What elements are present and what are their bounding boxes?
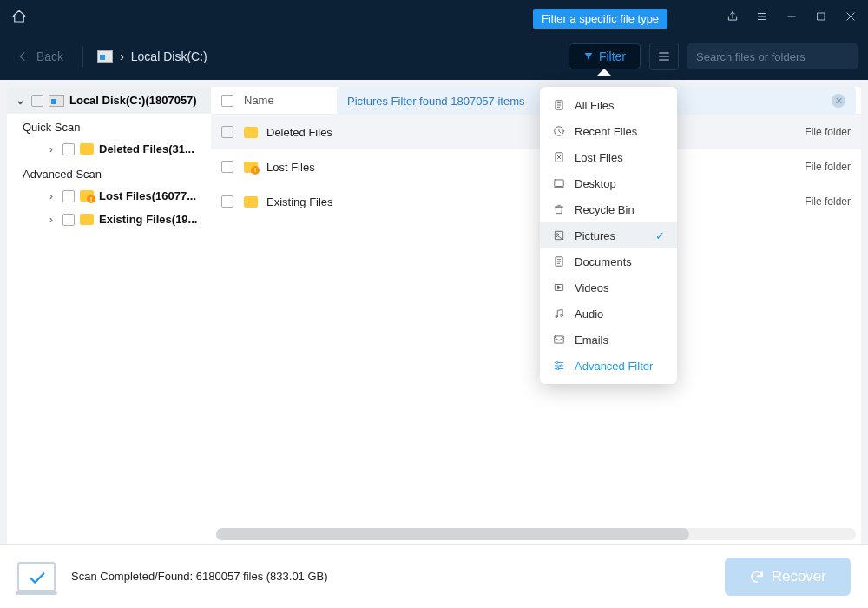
table-row[interactable]: Deleted Files File folder [211, 115, 861, 149]
checkbox[interactable] [221, 195, 233, 208]
checkbox[interactable] [221, 126, 233, 138]
search-input[interactable] [696, 50, 842, 63]
dd-item-label: Pictures [575, 229, 615, 242]
row-name: Lost Files [266, 161, 805, 174]
menu-icon[interactable] [755, 10, 769, 23]
row-type: File folder [805, 161, 851, 173]
row-type: File folder [805, 126, 851, 138]
dd-item-videos[interactable]: Videos [540, 274, 677, 301]
dd-item-label: Advanced Filter [575, 360, 653, 373]
dd-icon [552, 176, 566, 190]
folder-icon [244, 127, 258, 138]
tree-item-label: Existing Files(19... [99, 213, 197, 226]
share-icon[interactable] [726, 10, 740, 23]
checkbox-all[interactable] [221, 95, 233, 107]
checkbox[interactable] [62, 214, 75, 226]
row-name: Deleted Files [266, 126, 805, 139]
dd-item-emails[interactable]: Emails [540, 327, 677, 353]
breadcrumb-label: Local Disk(C:) [131, 50, 207, 63]
tree-section-quick: Quick Scan [7, 114, 211, 137]
dd-icon [552, 281, 566, 294]
breadcrumb-sep: › [120, 50, 124, 63]
dd-item-recent-files[interactable]: Recent Files [540, 118, 677, 144]
dd-icon [552, 124, 566, 138]
status-text: Scan Completed/Found: 6180057 files (833… [71, 570, 328, 583]
svg-rect-0 [818, 13, 825, 20]
back-button[interactable]: Back [10, 46, 69, 67]
tree-root-label: Local Disk(C:)(1807057) [69, 94, 197, 107]
close-info-icon[interactable]: ✕ [832, 94, 845, 108]
divider [82, 46, 83, 67]
tree-root[interactable]: ⌄ Local Disk(C:)(1807057) [7, 87, 211, 114]
dd-item-label: Documents [575, 255, 632, 268]
svg-point-7 [556, 234, 558, 235]
svg-point-10 [556, 315, 557, 317]
row-type: File folder [805, 195, 851, 208]
column-name[interactable]: Name [244, 94, 274, 107]
folder-icon [244, 196, 258, 208]
footer: Scan Completed/Found: 6180057 files (833… [0, 544, 868, 608]
view-list-button[interactable] [649, 43, 679, 70]
horizontal-scrollbar[interactable] [216, 528, 856, 540]
dd-item-label: All Files [575, 99, 615, 112]
recover-button[interactable]: Recover [725, 558, 851, 596]
minimize-icon[interactable] [785, 10, 799, 23]
maximize-icon[interactable] [814, 10, 828, 23]
dd-icon [552, 333, 566, 347]
toolbar: Back › Local Disk(C:) Filter [0, 33, 868, 80]
table-row[interactable]: Existing Files File folder [211, 184, 861, 219]
checkbox[interactable] [221, 161, 233, 173]
chevron-down-icon: ⌄ [14, 94, 26, 107]
main-panel: Pictures Filter found 1807057 items 00) … [211, 87, 861, 544]
dd-icon [552, 307, 566, 321]
disk-icon [97, 50, 113, 63]
close-icon[interactable] [844, 10, 858, 23]
tree-item-existing[interactable]: › Existing Files(19... [7, 208, 211, 231]
tree-item-deleted[interactable]: › Deleted Files(31... [7, 137, 211, 161]
breadcrumb[interactable]: › Local Disk(C:) [97, 50, 207, 63]
sidebar: ⌄ Local Disk(C:)(1807057) Quick Scan › D… [7, 87, 211, 544]
row-name: Existing Files [266, 195, 805, 208]
table-row[interactable]: Lost Files File folder [211, 149, 861, 184]
dd-icon [552, 254, 566, 268]
dd-advanced-filter[interactable]: Advanced Filter [540, 353, 677, 379]
dd-item-pictures[interactable]: Pictures ✓ [540, 222, 677, 248]
tree-item-label: Lost Files(16077... [99, 189, 196, 202]
home-icon[interactable] [10, 8, 28, 25]
dd-item-desktop[interactable]: Desktop [540, 170, 677, 196]
dd-icon [552, 98, 566, 112]
body: ⌄ Local Disk(C:)(1807057) Quick Scan › D… [0, 80, 868, 544]
chevron-right-icon: › [45, 142, 57, 155]
dd-item-recycle-bin[interactable]: Recycle Bin [540, 196, 677, 222]
svg-point-11 [561, 314, 562, 316]
dd-item-label: Emails [575, 334, 608, 347]
sliders-icon [552, 359, 566, 373]
dd-item-label: Videos [575, 281, 609, 294]
checkbox[interactable] [62, 143, 75, 155]
scan-complete-icon [17, 562, 56, 591]
svg-point-15 [557, 367, 559, 369]
dd-item-label: Audio [575, 307, 603, 321]
dd-item-audio[interactable]: Audio [540, 301, 677, 327]
filter-button[interactable]: Filter [569, 43, 641, 69]
chevron-right-icon: › [45, 213, 57, 226]
dd-item-lost-files[interactable]: Lost Files [540, 144, 677, 170]
checkbox[interactable] [62, 190, 75, 202]
tree-section-advanced: Advanced Scan [7, 161, 211, 184]
checkbox[interactable] [31, 95, 43, 107]
dd-item-label: Recent Files [575, 125, 637, 138]
window-controls [726, 10, 858, 23]
search-box[interactable] [687, 43, 858, 69]
dd-icon [552, 150, 566, 164]
chevron-right-icon: › [45, 189, 57, 202]
dd-item-documents[interactable]: Documents [540, 248, 677, 274]
recover-label: Recover [772, 568, 826, 585]
folder-icon [80, 214, 94, 225]
tree-item-lost[interactable]: › Lost Files(16077... [7, 184, 211, 208]
filter-dropdown: All Files Recent Files Lost Files Deskto… [540, 87, 677, 384]
svg-rect-12 [555, 336, 564, 343]
disk-icon [49, 95, 64, 107]
dd-icon [552, 202, 566, 216]
dd-item-all-files[interactable]: All Files [540, 92, 677, 118]
svg-point-13 [556, 361, 558, 363]
